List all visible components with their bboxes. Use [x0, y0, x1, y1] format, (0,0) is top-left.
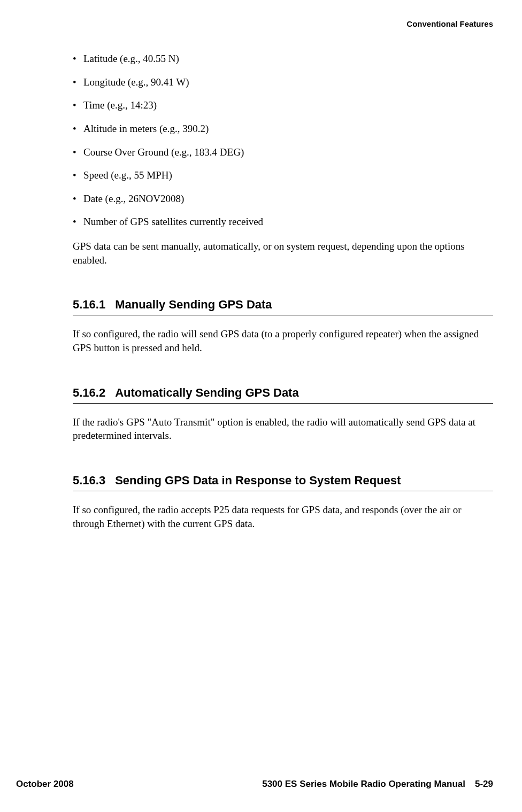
- section-5-16-3: 5.16.3Sending GPS Data in Response to Sy…: [73, 474, 493, 530]
- section-rule: [73, 315, 493, 315]
- running-head: Conventional Features: [73, 19, 493, 28]
- bullet-item: Longitude (e.g., 90.41 W): [83, 75, 493, 89]
- bullet-item: Course Over Ground (e.g., 183.4 DEG): [83, 145, 493, 159]
- section-title: Automatically Sending GPS Data: [115, 386, 299, 399]
- section-heading: 5.16.1Manually Sending GPS Data: [73, 298, 493, 312]
- section-body: If so configured, the radio accepts P25 …: [73, 503, 493, 530]
- section-body: If so configured, the radio will send GP…: [73, 327, 493, 354]
- section-rule: [73, 403, 493, 404]
- bullet-item: Latitude (e.g., 40.55 N): [83, 52, 493, 66]
- bullet-item: Altitude in meters (e.g., 390.2): [83, 122, 493, 136]
- section-number: 5.16.2: [73, 386, 105, 400]
- section-rule: [73, 491, 493, 491]
- bullet-item: Date (e.g., 26NOV2008): [83, 192, 493, 206]
- footer-date: October 2008: [16, 779, 74, 790]
- footer-page-number: 5-29: [475, 779, 493, 789]
- section-title: Manually Sending GPS Data: [115, 298, 272, 311]
- paragraph: GPS data can be sent manually, automatic…: [73, 239, 493, 267]
- section-heading: 5.16.3Sending GPS Data in Response to Sy…: [73, 474, 493, 488]
- footer-manual-title: 5300 ES Series Mobile Radio Operating Ma…: [262, 779, 465, 789]
- section-body: If the radio's GPS "Auto Transmit" optio…: [73, 415, 493, 443]
- bullet-item: Time (e.g., 14:23): [83, 98, 493, 112]
- bullet-list: Latitude (e.g., 40.55 N) Longitude (e.g.…: [73, 52, 493, 229]
- section-5-16-1: 5.16.1Manually Sending GPS Data If so co…: [73, 298, 493, 354]
- section-number: 5.16.3: [73, 474, 105, 488]
- section-number: 5.16.1: [73, 298, 105, 312]
- section-heading: 5.16.2Automatically Sending GPS Data: [73, 386, 493, 400]
- bullet-item: Speed (e.g., 55 MPH): [83, 168, 493, 182]
- section-title: Sending GPS Data in Response to System R…: [115, 474, 401, 487]
- page-footer: October 2008 5300 ES Series Mobile Radio…: [16, 779, 493, 790]
- bullet-item: Number of GPS satellites currently recei…: [83, 215, 493, 229]
- section-5-16-2: 5.16.2Automatically Sending GPS Data If …: [73, 386, 493, 443]
- page: Conventional Features Latitude (e.g., 40…: [0, 0, 522, 812]
- footer-right: 5300 ES Series Mobile Radio Operating Ma…: [262, 779, 493, 790]
